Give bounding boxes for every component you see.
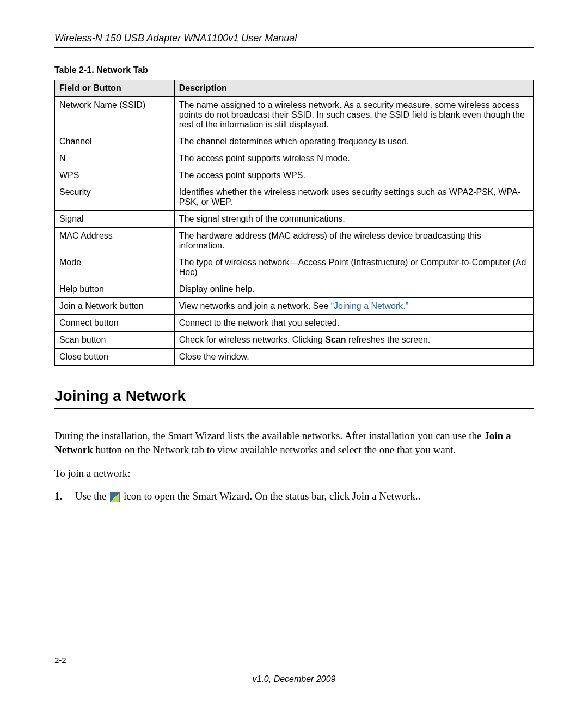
step-bold: Join a Network: [352, 490, 415, 502]
cell-desc: Connect to the network that you selected…: [174, 315, 533, 332]
cell-desc: View networks and join a network. See “J…: [174, 298, 533, 315]
table-row: Scan button Check for wireless networks.…: [55, 332, 534, 349]
cell-desc: The channel determines which operating f…: [174, 133, 533, 150]
footer-row: 2-2: [54, 655, 534, 665]
cell-desc: Display online help.: [174, 281, 533, 298]
page-header: Wireless-N 150 USB Adapter WNA1100v1 Use…: [54, 33, 534, 48]
cell-desc: The hardware address (MAC address) of th…: [174, 228, 533, 254]
joining-network-link[interactable]: Joining a Network: [334, 301, 403, 311]
th-desc: Description: [174, 80, 533, 97]
step-number: 1.: [54, 490, 69, 502]
para-text: During the installation, the Smart Wizar…: [54, 430, 484, 441]
desc-bold: Scan: [325, 335, 346, 344]
cell-field: Security: [55, 184, 175, 211]
para-text: button on the Network tab to view availa…: [93, 444, 456, 455]
cell-desc: Close the window.: [174, 349, 533, 366]
footer-rule: [54, 652, 534, 652]
desc-link-close-quote: .”: [403, 301, 408, 311]
cell-field: WPS: [55, 167, 175, 184]
body-paragraph: During the installation, the Smart Wizar…: [54, 429, 534, 457]
footer-version: v1.0, December 2009: [54, 674, 534, 684]
table-caption: Table 2-1. Network Tab: [54, 65, 534, 75]
table-row: Signal The signal strength of the commun…: [55, 211, 534, 228]
page-footer: 2-2 v1.0, December 2009: [54, 652, 534, 684]
cell-field: Connect button: [55, 315, 175, 332]
cell-desc: Check for wireless networks. Clicking Sc…: [174, 332, 533, 349]
cell-field: N: [55, 150, 175, 167]
cell-field: Mode: [55, 254, 175, 281]
table-row: N The access point supports wireless N m…: [55, 150, 534, 167]
table-row: Channel The channel determines which ope…: [55, 133, 534, 150]
step-text-pre: Use the: [75, 490, 109, 502]
cell-desc: The name assigned to a wireless network.…: [174, 97, 533, 133]
table-row: MAC Address The hardware address (MAC ad…: [55, 228, 534, 254]
cell-field: Channel: [55, 133, 175, 150]
cell-field: Join a Network button: [55, 298, 175, 315]
cell-desc: Identifies whether the wireless network …: [174, 184, 533, 211]
table-row: Mode The type of wireless network—Access…: [55, 254, 534, 281]
cell-field: MAC Address: [55, 228, 175, 254]
table-row: Security Identifies whether the wireless…: [55, 184, 534, 211]
desc-prefix: Check for wireless networks. Clicking: [179, 335, 326, 344]
step-text-mid: icon to open the Smart Wizard. On the st…: [121, 490, 352, 502]
cell-field: Network Name (SSID): [55, 97, 175, 133]
step-text-post: ..: [415, 490, 421, 502]
cell-field: Close button: [55, 349, 175, 366]
section-heading-joining-network: Joining a Network: [54, 387, 534, 409]
table-row: Join a Network button View networks and …: [55, 298, 534, 315]
table-row: WPS The access point supports WPS.: [55, 167, 534, 184]
cell-field: Signal: [55, 211, 175, 228]
table-row: Close button Close the window.: [55, 349, 534, 366]
table-row: Connect button Connect to the network th…: [55, 315, 534, 332]
page-number: 2-2: [54, 655, 66, 665]
table-row: Help button Display online help.: [55, 281, 534, 298]
th-field: Field or Button: [55, 80, 175, 97]
smart-wizard-tray-icon: [110, 492, 120, 502]
cell-desc: The access point supports wireless N mod…: [174, 150, 533, 167]
cell-field: Scan button: [55, 332, 175, 349]
network-tab-table: Field or Button Description Network Name…: [54, 80, 534, 366]
list-item: 1. Use the icon to open the Smart Wizard…: [54, 490, 534, 502]
cell-desc: The signal strength of the communication…: [174, 211, 533, 228]
steps-list: 1. Use the icon to open the Smart Wizard…: [54, 490, 534, 502]
cell-field: Help button: [55, 281, 175, 298]
desc-prefix: View networks and join a network. See: [179, 301, 331, 311]
cell-desc: The type of wireless network—Access Poin…: [174, 254, 533, 281]
body-paragraph: To join a network:: [54, 466, 534, 480]
table-header-row: Field or Button Description: [55, 80, 534, 97]
desc-suffix: refreshes the screen.: [346, 335, 431, 344]
manual-page: Wireless-N 150 USB Adapter WNA1100v1 Use…: [0, 0, 588, 706]
step-text: Use the icon to open the Smart Wizard. O…: [75, 490, 420, 502]
cell-desc: The access point supports WPS.: [174, 167, 533, 184]
table-row: Network Name (SSID) The name assigned to…: [55, 97, 534, 133]
